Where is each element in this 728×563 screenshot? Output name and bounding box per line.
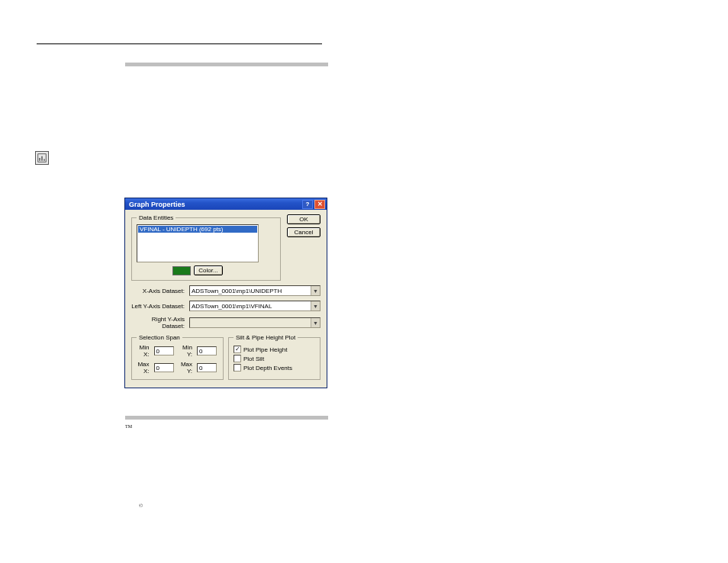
maxy-label: Max Y: [180,361,193,375]
dialog-body: Data Entities VFINAL - UNIDEPTH (692 pts… [125,210,327,388]
svg-rect-2 [41,156,43,161]
data-entities-legend: Data Entities [137,214,176,221]
miny-label: Min Y: [180,344,193,358]
tm-mark: TM [125,424,132,429]
silt-pipe-group: Silt & Pipe Height Plot ✓ Plot Pipe Heig… [228,334,321,380]
minx-input[interactable]: 0 [154,346,174,355]
silt-pipe-legend: Silt & Pipe Height Plot [234,334,298,341]
maxy-input[interactable]: 0 [197,363,217,372]
x-axis-label: X-Axis Dataset: [131,288,186,294]
maxx-label: Max X: [137,361,150,375]
body-text: TM [125,423,328,434]
plot-pipe-height-label: Plot Pipe Height [243,346,287,353]
section-divider-top [125,63,328,66]
graph-properties-dialog: Graph Properties ? ✕ Data Entities VFINA… [124,198,327,388]
list-item[interactable]: VFINAL - UNIDEPTH (692 pts) [138,226,257,233]
plot-depth-events-checkbox[interactable] [234,364,241,372]
x-axis-combo[interactable]: ADSTown_0001\mp1\UNIDEPTH ▼ [189,285,321,296]
miny-input[interactable]: 0 [197,346,217,355]
selection-span-legend: Selection Span [137,334,182,341]
maxx-input[interactable]: 0 [154,363,174,372]
data-entities-group: Data Entities VFINAL - UNIDEPTH (692 pts… [131,214,281,281]
section-divider-bottom [125,416,328,420]
plot-pipe-height-checkbox[interactable]: ✓ [234,346,241,353]
titlebar-help-button[interactable]: ? [302,200,313,209]
chevron-down-icon[interactable]: ▼ [311,286,320,295]
data-entities-listbox[interactable]: VFINAL - UNIDEPTH (692 pts) [137,224,259,262]
header-rule [37,43,322,44]
color-swatch [172,266,191,275]
left-y-value: ADSTown_0001\mp1\VFINAL [192,303,272,310]
graph-properties-toolbar-icon[interactable] [35,151,49,165]
plot-silt-checkbox[interactable] [234,355,241,362]
titlebar-close-button[interactable]: ✕ [314,200,325,209]
cancel-button[interactable]: Cancel [287,227,321,237]
copyright-mark: © [139,503,143,509]
dialog-title: Graph Properties [129,201,301,208]
selection-span-group: Selection Span Min X: 0 Min Y: 0 Max X: … [131,334,224,380]
left-y-label: Left Y-Axis Dataset: [131,303,186,310]
chevron-down-icon[interactable]: ▼ [311,301,320,310]
plot-depth-events-label: Plot Depth Events [243,365,292,372]
minx-label: Min X: [137,344,150,358]
color-button[interactable]: Color... [194,265,223,275]
chart-icon [37,153,47,162]
svg-rect-3 [43,159,45,161]
ok-button[interactable]: OK [287,214,321,224]
plot-silt-label: Plot Silt [243,355,264,362]
svg-rect-1 [39,158,40,161]
right-y-combo[interactable]: ▼ [189,317,321,328]
chevron-down-icon[interactable]: ▼ [311,318,320,327]
right-y-label: Right Y-Axis Dataset: [131,316,186,330]
x-axis-value: ADSTown_0001\mp1\UNIDEPTH [192,288,282,294]
dialog-titlebar[interactable]: Graph Properties ? ✕ [125,198,327,210]
left-y-combo[interactable]: ADSTown_0001\mp1\VFINAL ▼ [189,301,321,311]
